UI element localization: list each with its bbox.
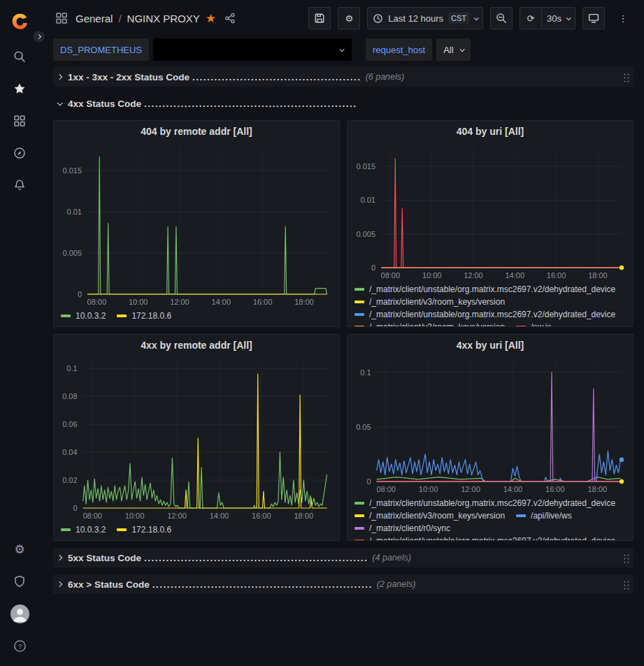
user-avatar[interactable] xyxy=(4,598,35,630)
svg-text:18:00: 18:00 xyxy=(587,485,607,493)
save-dashboard-button[interactable] xyxy=(308,7,331,29)
svg-text:14:00: 14:00 xyxy=(210,512,229,520)
legend-swatch xyxy=(355,326,364,326)
svg-text:18:00: 18:00 xyxy=(294,512,313,520)
chart-canvas[interactable]: 08:0010:0012:0014:0016:0018:0000.050.1 xyxy=(350,356,630,495)
dashboards-icon[interactable] xyxy=(4,105,35,137)
panel-title[interactable]: 404 by remote addr [All] xyxy=(54,121,339,142)
sidebar-expand-button[interactable] xyxy=(32,30,45,43)
svg-text:0.05: 0.05 xyxy=(356,423,371,431)
zoom-out-button[interactable] xyxy=(490,7,513,29)
legend-item[interactable]: 10.0.3.2 xyxy=(61,523,106,536)
chart-area: 08:0010:0012:0014:0016:0018:0000.050.1 xyxy=(350,356,630,495)
chevron-down-icon xyxy=(566,15,571,20)
breadcrumb-section[interactable]: General xyxy=(76,13,113,24)
svg-text:16:00: 16:00 xyxy=(547,271,566,280)
tv-mode-button[interactable] xyxy=(582,7,605,29)
share-icon[interactable] xyxy=(222,10,238,27)
row-drag-handle[interactable] xyxy=(623,579,629,590)
search-icon[interactable] xyxy=(4,41,35,73)
configuration-gear-icon[interactable]: ⚙ xyxy=(4,533,35,565)
refresh-group: ⟳ 30s xyxy=(520,7,575,29)
legend-swatch xyxy=(355,540,364,540)
request-host-label: request_host xyxy=(366,38,432,61)
help-icon[interactable]: ? xyxy=(4,630,35,662)
panel-title[interactable]: 404 by uri [All] xyxy=(348,121,633,142)
legend-label: 10.0.3.2 xyxy=(76,310,106,322)
svg-text:0.02: 0.02 xyxy=(62,476,77,484)
server-admin-shield-icon[interactable] xyxy=(4,565,35,598)
apps-grid-icon[interactable] xyxy=(53,10,70,27)
svg-text:0.015: 0.015 xyxy=(62,166,82,175)
legend-item[interactable]: 172.18.0.6 xyxy=(117,523,171,536)
dashboard-content: 1xx - 3xx - 2xx Status Code ............… xyxy=(39,63,644,666)
row-4xx-status-code[interactable]: 4xx Status Code ........................… xyxy=(53,94,634,113)
svg-text:14:00: 14:00 xyxy=(503,485,523,493)
panel-title[interactable]: 4xx by remote addr [All] xyxy=(54,335,339,356)
svg-text:0.005: 0.005 xyxy=(62,249,82,257)
row-1xx-3xx-2xx-status-code[interactable]: 1xx - 3xx - 2xx Status Code ............… xyxy=(53,67,634,87)
legend-label: /_matrix/client/r0/sync xyxy=(369,522,450,535)
dashboard-title[interactable]: NGINX PROXY xyxy=(127,13,200,24)
row-5xx-status-code[interactable]: 5xx Status Code ........................… xyxy=(53,548,634,567)
legend-item[interactable]: /_matrix/client/v3/room_keys/version xyxy=(355,509,505,522)
legend-item[interactable]: /_matrix/client/v3/room_keys/version xyxy=(355,321,505,326)
svg-text:10:00: 10:00 xyxy=(422,271,442,280)
svg-text:12:00: 12:00 xyxy=(461,485,480,493)
row-6xx-status-code[interactable]: 6xx > Status Code ......................… xyxy=(53,574,634,594)
datasource-label: DS_PROMETHEUS xyxy=(53,38,149,61)
row-title: 5xx Status Code xyxy=(68,553,141,563)
row-panel-count: (4 panels) xyxy=(372,553,411,563)
legend-label: /_matrix/client/unstable/org.matrix.msc2… xyxy=(369,308,615,321)
chart-canvas[interactable]: 08:0010:0012:0014:0016:0018:0000.020.040… xyxy=(57,356,336,522)
time-range-picker[interactable]: Last 12 hours CST xyxy=(367,7,483,29)
explore-compass-icon[interactable] xyxy=(4,137,35,169)
legend-item[interactable]: /_matrix/client/r0/sync xyxy=(355,522,450,535)
dashboard-settings-button[interactable]: ⚙ xyxy=(338,7,360,29)
legend-item[interactable]: /api/live/ws xyxy=(516,509,572,522)
legend-item[interactable]: /_matrix/client/unstable/org.matrix.msc2… xyxy=(355,497,615,509)
legend-item[interactable]: /_matrix/client/unstable/org.matrix.msc2… xyxy=(355,535,615,540)
legend-item[interactable]: /sw.js xyxy=(516,321,551,326)
legend-swatch xyxy=(516,514,526,517)
legend-label: /_matrix/client/unstable/org.matrix.msc2… xyxy=(369,497,615,509)
row-drag-handle[interactable] xyxy=(623,553,629,563)
svg-text:10:00: 10:00 xyxy=(129,298,148,306)
variable-datasource: DS_PROMETHEUS xyxy=(53,38,352,61)
row-title: 4xx Status Code xyxy=(68,99,141,109)
favorite-star-icon[interactable]: ★ xyxy=(206,13,216,24)
breadcrumb: General / NGINX PROXY ★ xyxy=(53,10,238,27)
legend-item[interactable]: 172.18.0.6 xyxy=(117,310,171,322)
legend-item[interactable]: 10.0.3.2 xyxy=(61,310,106,322)
svg-text:12:00: 12:00 xyxy=(170,298,189,306)
svg-text:08:00: 08:00 xyxy=(83,512,102,520)
request-host-value: All xyxy=(443,45,453,55)
svg-text:0.04: 0.04 xyxy=(62,448,77,456)
legend-swatch xyxy=(61,314,71,317)
svg-text:12:00: 12:00 xyxy=(167,512,187,520)
legend-item[interactable]: /_matrix/client/unstable/org.matrix.msc2… xyxy=(355,283,615,296)
legend-swatch xyxy=(355,313,364,316)
grafana-logo-icon[interactable] xyxy=(4,6,35,38)
row-title: 1xx - 3xx - 2xx Status Code xyxy=(68,72,189,82)
legend-swatch xyxy=(355,288,364,291)
datasource-select[interactable] xyxy=(153,38,352,61)
kebab-menu-button[interactable]: ⋮ xyxy=(612,7,634,29)
chart-area: 08:0010:0012:0014:0016:0018:0000.0050.01… xyxy=(350,142,630,282)
alerting-bell-icon[interactable] xyxy=(4,169,35,201)
panel-legend: /_matrix/client/unstable/org.matrix.msc2… xyxy=(348,282,633,326)
svg-text:?: ? xyxy=(17,642,21,650)
row-drag-handle[interactable] xyxy=(623,72,629,82)
refresh-interval-dropdown[interactable]: 30s xyxy=(541,7,575,29)
legend-item[interactable]: /_matrix/client/v3/room_keys/version xyxy=(355,296,505,308)
starred-dashboards-icon[interactable] xyxy=(4,73,35,105)
panel-title[interactable]: 4xx by uri [All] xyxy=(348,335,633,356)
legend-item[interactable]: /_matrix/client/unstable/org.matrix.msc2… xyxy=(355,308,615,321)
panel-grid: 404 by remote addr [All] 08:0010:0012:00… xyxy=(53,120,634,541)
svg-text:14:00: 14:00 xyxy=(212,298,231,306)
sidebar: ⚙ ? xyxy=(0,0,39,666)
chart-canvas[interactable]: 08:0010:0012:0014:0016:0018:0000.0050.01… xyxy=(57,142,336,308)
refresh-button[interactable]: ⟳ xyxy=(520,7,542,29)
request-host-select[interactable]: All xyxy=(436,38,470,61)
chart-canvas[interactable]: 08:0010:0012:0014:0016:0018:0000.0050.01… xyxy=(350,142,630,282)
